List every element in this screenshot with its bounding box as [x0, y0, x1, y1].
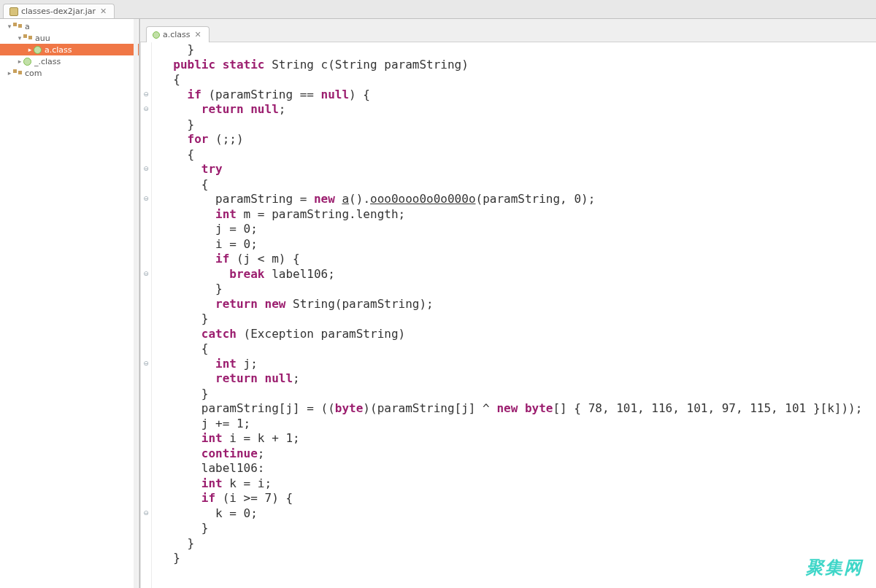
fold-toggle-icon[interactable]: ⊖	[142, 360, 150, 367]
source-code[interactable]: } public static String c(String paramStr…	[152, 42, 869, 588]
class-icon	[23, 58, 31, 66]
code-line: {	[159, 177, 862, 193]
code-line: }	[159, 551, 862, 566]
code-line: i = 0;	[159, 237, 862, 252]
tree-item-label: _.class	[34, 57, 61, 66]
main-split: ▾a▾auu▸a.class▸_.class▸com a.class ✕ ⊖⊖⊖…	[0, 19, 876, 588]
expand-arrow-icon[interactable]: ▾	[6, 23, 13, 30]
tree-item-a-class[interactable]: ▸a.class	[0, 44, 139, 55]
close-icon[interactable]: ✕	[193, 30, 203, 39]
package-tree-sidebar: ▾a▾auu▸a.class▸_.class▸com	[0, 19, 140, 588]
tree-item-label: auu	[35, 34, 50, 43]
tree-item-label: a	[25, 22, 30, 31]
code-line: k = 0;	[159, 506, 862, 522]
code-line: {	[159, 72, 862, 88]
jar-icon	[9, 7, 18, 16]
code-line: {	[159, 147, 862, 163]
package-tree[interactable]: ▾a▾auu▸a.class▸_.class▸com	[0, 19, 139, 80]
window-tab-bar: classes-dex2jar.jar ✕	[0, 0, 876, 19]
code-line: j += 1;	[159, 417, 862, 432]
tree-item-label: com	[25, 69, 42, 78]
code-line: try	[159, 162, 862, 177]
sidebar-scrollbar[interactable]	[134, 19, 138, 588]
code-line: for (;;)	[159, 132, 862, 147]
code-line: return null;	[159, 102, 862, 117]
window-tab-label: classes-dex2jar.jar	[21, 7, 96, 16]
code-line: int j;	[159, 357, 862, 372]
code-line: catch (Exception paramString)	[159, 327, 862, 342]
code-line: return null;	[159, 371, 862, 387]
package-icon	[13, 23, 22, 30]
class-icon	[153, 31, 160, 39]
expand-arrow-icon[interactable]: ▸	[26, 46, 34, 53]
fold-toggle-icon[interactable]: ⊖	[142, 195, 150, 202]
tree-item-auu[interactable]: ▾auu	[0, 32, 139, 44]
code-line: paramString = new a().ooo0ooo0o0o000o(pa…	[159, 192, 862, 207]
code-line: }	[159, 42, 862, 58]
code-line: public static String c(String paramStrin…	[159, 58, 862, 73]
code-line: if (i >= 7) {	[159, 491, 862, 506]
code-line: j = 0;	[159, 222, 862, 237]
fold-toggle-icon[interactable]: ⊖	[142, 105, 150, 112]
code-line: }	[159, 282, 862, 297]
editor-tab-a-class[interactable]: a.class ✕	[146, 26, 210, 42]
fold-toggle-icon[interactable]: ⊖	[142, 90, 150, 98]
code-line: }	[159, 312, 862, 327]
code-line: if (paramString == null) {	[159, 88, 862, 103]
expand-arrow-icon[interactable]: ▾	[16, 34, 23, 42]
class-icon	[34, 46, 42, 54]
code-line: }	[159, 521, 862, 536]
code-line: int k = i;	[159, 476, 862, 492]
code-line: if (j < m) {	[159, 252, 862, 267]
package-icon	[23, 34, 32, 42]
code-line: break label106;	[159, 267, 862, 282]
expand-arrow-icon[interactable]: ▸	[16, 58, 23, 65]
code-line: int m = paramString.length;	[159, 207, 862, 223]
code-line: }	[159, 117, 862, 133]
fold-gutter[interactable]: ⊖⊖⊖⊖⊖⊖⊖	[140, 42, 152, 588]
code-line: {	[159, 341, 862, 357]
tree-item-com[interactable]: ▸com	[0, 67, 139, 79]
expand-arrow-icon[interactable]: ▸	[6, 69, 13, 77]
code-line: return new String(paramString);	[159, 297, 862, 312]
tree-item-label: a.class	[45, 45, 72, 55]
editor-tab-label: a.class	[163, 30, 191, 39]
editor-body: ⊖⊖⊖⊖⊖⊖⊖ } public static String c(String …	[140, 42, 876, 588]
fold-toggle-icon[interactable]: ⊖	[142, 165, 150, 172]
code-line: int i = k + 1;	[159, 431, 862, 446]
code-line: continue;	[159, 446, 862, 462]
code-line: label106:	[159, 461, 862, 476]
code-line: }	[159, 387, 862, 402]
tree-item-a[interactable]: ▾a	[0, 20, 139, 32]
code-line: }	[159, 536, 862, 552]
window-tab-classes-jar[interactable]: classes-dex2jar.jar ✕	[3, 4, 115, 18]
package-icon	[13, 69, 22, 77]
editor-tab-bar: a.class ✕	[140, 19, 876, 42]
close-icon[interactable]: ✕	[99, 7, 108, 16]
fold-toggle-icon[interactable]: ⊖	[142, 270, 150, 277]
editor-area: a.class ✕ ⊖⊖⊖⊖⊖⊖⊖ } public static String…	[140, 19, 876, 588]
code-line: paramString[j] = ((byte)(paramString[j] …	[159, 401, 862, 417]
tree-item-_-class[interactable]: ▸_.class	[0, 55, 139, 67]
fold-toggle-icon[interactable]: ⊖	[142, 509, 150, 517]
